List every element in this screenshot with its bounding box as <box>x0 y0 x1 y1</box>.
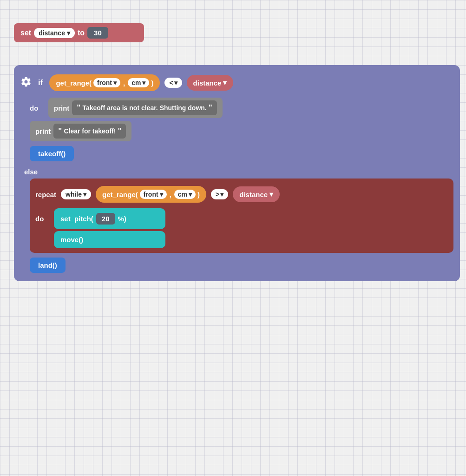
open-quote-1: " <box>77 103 80 112</box>
close-paren-2: ) <box>197 191 200 198</box>
set-pitch-block: set_pitch( 20 %) <box>54 208 165 229</box>
set-distance-block: set distance ▾ to 30 <box>14 23 144 42</box>
distance-dropdown[interactable]: distance ▾ <box>34 28 75 38</box>
print-label-1: print <box>54 104 69 112</box>
front-dropdown-2[interactable]: front ▾ <box>140 190 167 199</box>
repeat-do-row: do set_pitch( 20 %) move() <box>35 208 448 248</box>
get-range-block-2: get_range( front ▾ , cm ▾ ) <box>96 186 206 203</box>
cm-dropdown-2[interactable]: cm ▾ <box>174 190 196 199</box>
distance-var-block-1[interactable]: distance ▾ <box>187 75 234 91</box>
do-print-1-row: do print " Takeoff area is not clear. Sh… <box>30 98 453 118</box>
if-label: if <box>36 78 45 87</box>
print-label-2: print <box>35 127 51 135</box>
cm-dropdown-1[interactable]: cm ▾ <box>128 78 149 87</box>
do-label-1: do <box>30 104 44 112</box>
get-range-label: get_range( <box>56 79 92 87</box>
to-label: to <box>78 29 85 37</box>
teal-blocks-container: set_pitch( 20 %) move() <box>54 208 165 248</box>
print-block-1: print " Takeoff area is not clear. Shutt… <box>48 98 223 118</box>
print-message-2: " Clear for takeoff! " <box>53 124 126 139</box>
land-block[interactable]: land() <box>30 258 66 273</box>
do-label-2: do <box>35 215 49 223</box>
while-dropdown[interactable]: while ▾ <box>61 189 91 199</box>
pitch-value-box: 20 <box>96 213 115 225</box>
else-label: else <box>20 167 453 177</box>
set-pitch-label: set_pitch( <box>60 215 93 223</box>
else-section: else repeat while ▾ get_range( front <box>20 167 453 275</box>
lt-operator[interactable]: < ▾ <box>164 78 182 88</box>
get-range-label-2: get_range( <box>102 191 138 198</box>
move-block[interactable]: move() <box>54 231 165 248</box>
pitch-suffix: %) <box>118 215 126 223</box>
repeat-header: repeat while ▾ get_range( front ▾ , <box>35 183 448 205</box>
repeat-label: repeat <box>35 191 56 198</box>
print-message-1: " Takeoff area is not clear. Shutting do… <box>72 100 217 115</box>
distance-var-block-2[interactable]: distance ▾ <box>233 186 280 202</box>
front-dropdown-1[interactable]: front ▾ <box>93 78 120 87</box>
takeoff-block[interactable]: takeoff() <box>30 146 74 161</box>
print-block-2-row: print " Clear for takeoff! " <box>30 121 453 141</box>
close-quote-2: " <box>118 126 121 136</box>
open-quote-2: " <box>58 126 62 136</box>
repeat-container: repeat while ▾ get_range( front ▾ , <box>30 178 453 253</box>
get-range-block-1: get_range( front ▾ , cm ▾ ) <box>49 74 160 91</box>
set-label: set <box>20 29 31 37</box>
if-header-row: if get_range( front ▾ , cm ▾ ) < ▾ <box>20 71 453 95</box>
print-block-2: print " Clear for takeoff! " <box>30 121 131 141</box>
close-quote-1: " <box>209 103 212 112</box>
gt-operator[interactable]: > ▾ <box>211 189 228 199</box>
if-else-container: if get_range( front ▾ , cm ▾ ) < ▾ <box>14 65 460 281</box>
close-paren-1: ) <box>151 79 153 87</box>
value-box: 30 <box>87 27 108 39</box>
gear-icon[interactable] <box>20 76 32 89</box>
